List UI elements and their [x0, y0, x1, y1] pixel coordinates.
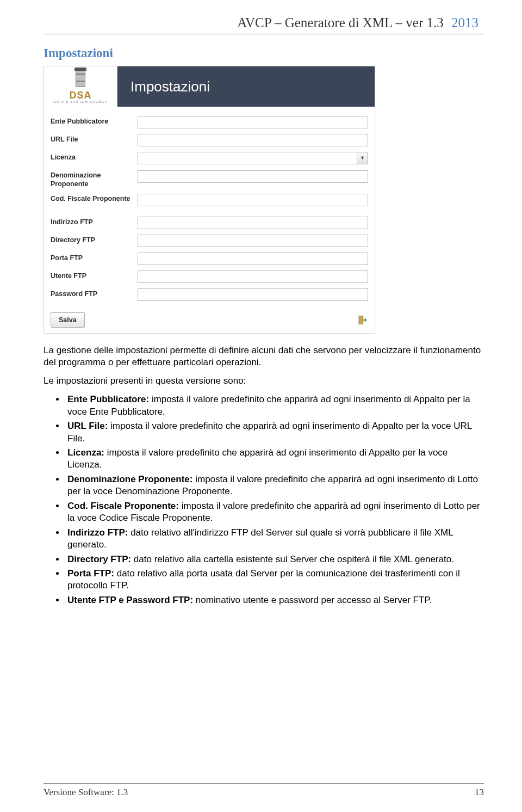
list-item: Porta FTP: dato relativo alla porta usat… [65, 568, 484, 592]
list-item: URL File: imposta il valore predefinito … [65, 420, 484, 445]
section-heading: Impostazioni [44, 46, 484, 60]
label-licenza: Licenza [51, 153, 138, 162]
input-url-file[interactable] [138, 134, 368, 146]
app-logo: DSA DATA & SYSTEM AGENCY [44, 66, 117, 107]
footer-divider [44, 783, 484, 784]
input-denominazione-proponente[interactable] [138, 170, 368, 183]
input-indirizzo-ftp[interactable] [138, 217, 368, 229]
label-url-file: URL File [51, 136, 138, 144]
list-item-text: imposta il valore predefinito che appari… [67, 447, 448, 470]
header-divider [44, 34, 484, 34]
dropdown-button-licenza[interactable]: ▼ [357, 152, 368, 164]
list-item: Indirizzo FTP: dato relativo all'indiriz… [65, 527, 484, 551]
list-item-term: URL File: [67, 421, 108, 431]
settings-form: Ente Pubblicatore URL File Licenza ▼ Den… [44, 107, 375, 308]
field-row-cod-fiscale-proponente: Cod. Fiscale Proponente [51, 190, 368, 213]
list-item-term: Indirizzo FTP: [67, 527, 128, 538]
label-ente-pubblicatore: Ente Pubblicatore [51, 118, 138, 126]
list-item-text: dato relativo alla cartella esistente su… [131, 554, 454, 564]
list-item: Denominazione Proponente: imposta il val… [65, 473, 484, 498]
field-row-password-ftp: Password FTP [51, 286, 368, 303]
footer-version: Versione Software: 1.3 [44, 787, 128, 798]
list-item: Licenza: imposta il valore predefinito c… [65, 447, 484, 471]
app-topbar: DSA DATA & SYSTEM AGENCY Impostazioni [44, 66, 375, 107]
field-row-licenza: Licenza ▼ [51, 149, 368, 167]
input-licenza[interactable] [138, 152, 357, 164]
label-indirizzo-ftp: Indirizzo FTP [51, 218, 138, 227]
list-item: Utente FTP e Password FTP: nominativo ut… [65, 594, 484, 606]
logo-text: DSA [53, 90, 107, 100]
field-row-directory-ftp: Directory FTP [51, 232, 368, 249]
list-item-text: imposta il valore predefinito che appari… [67, 421, 472, 443]
list-item-term: Licenza: [67, 447, 104, 458]
field-row-porta-ftp: Porta FTP [51, 250, 368, 267]
intro-paragraph-2: Le impostazioni presenti in questa versi… [44, 375, 484, 387]
list-item-text: nominativo utente e password per accesso… [193, 595, 432, 605]
list-item-term: Denominazione Proponente: [67, 474, 192, 484]
label-cod-fiscale-proponente: Cod. Fiscale Proponente [51, 194, 138, 204]
field-row-url-file: URL File [51, 131, 368, 149]
label-denominazione-proponente: Denominazione Proponente [51, 170, 138, 188]
footer-page-number: 13 [475, 787, 484, 798]
input-cod-fiscale-proponente[interactable] [138, 194, 368, 206]
logo-subtext: DATA & SYSTEM AGENCY [53, 100, 107, 103]
save-button[interactable]: Salva [51, 312, 85, 328]
label-password-ftp: Password FTP [51, 290, 138, 299]
field-row-ente-pubblicatore: Ente Pubblicatore [51, 113, 368, 131]
doc-year: 2013 [451, 15, 478, 30]
page-footer: Versione Software: 1.3 13 [44, 787, 484, 798]
svg-rect-1 [359, 316, 363, 324]
field-row-denominazione-proponente: Denominazione Proponente [51, 167, 368, 190]
settings-window: DSA DATA & SYSTEM AGENCY Impostazioni En… [44, 66, 375, 334]
label-directory-ftp: Directory FTP [51, 236, 138, 245]
list-item: Ente Pubblicatore: imposta il valore pre… [65, 393, 484, 418]
list-item-term: Porta FTP: [67, 568, 114, 579]
exit-icon[interactable] [356, 314, 368, 326]
app-header: Impostazioni [117, 66, 375, 107]
input-ente-pubblicatore[interactable] [138, 116, 368, 128]
list-item-term: Ente Pubblicatore: [67, 394, 149, 404]
document-header: AVCP – Generatore di XML – ver 1.3 2013 [44, 15, 484, 34]
list-item-text: dato relativo alla porta usata dal Serve… [67, 568, 460, 590]
input-directory-ftp[interactable] [138, 235, 368, 247]
list-item-term: Cod. Fiscale Proponente: [67, 501, 179, 511]
lighthouse-icon [76, 71, 85, 87]
field-row-indirizzo-ftp: Indirizzo FTP [51, 214, 368, 231]
list-item-term: Utente FTP e Password FTP: [67, 595, 193, 605]
list-item: Directory FTP: dato relativo alla cartel… [65, 553, 484, 565]
list-item: Cod. Fiscale Proponente: imposta il valo… [65, 500, 484, 525]
app-header-title: Impostazioni [130, 78, 210, 95]
field-row-utente-ftp: Utente FTP [51, 268, 368, 285]
input-password-ftp[interactable] [138, 288, 368, 301]
intro-paragraph-1: La gestione delle impostazioni permette … [44, 345, 484, 368]
label-utente-ftp: Utente FTP [51, 272, 138, 281]
list-item-term: Directory FTP: [67, 554, 131, 564]
app-actions: Salva [44, 308, 375, 333]
doc-title: AVCP – Generatore di XML – ver 1.3 [237, 15, 444, 30]
input-utente-ftp[interactable] [138, 270, 368, 283]
label-porta-ftp: Porta FTP [51, 254, 138, 263]
definitions-list: Ente Pubblicatore: imposta il valore pre… [65, 393, 484, 606]
input-porta-ftp[interactable] [138, 253, 368, 265]
